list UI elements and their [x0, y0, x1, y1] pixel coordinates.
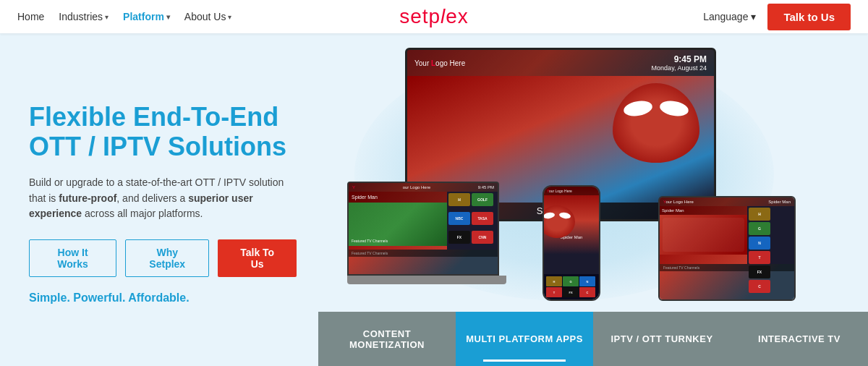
laptop-bottom-bar: Featured TV Channels [349, 250, 498, 257]
spider-eye-right [659, 99, 690, 119]
tablet-channel-h: H [749, 208, 770, 221]
channel-nbc: NBC [448, 212, 470, 225]
phone-channel-cnn: C [579, 287, 595, 297]
channel-golf: GOLF [472, 193, 493, 206]
spider-eye-left [623, 99, 654, 119]
laptop-video: Spider Man Featured TV Channels [349, 192, 447, 250]
laptop-mockup: Your Logo Here 9:45 PM Spider Man Featur… [347, 182, 514, 294]
phone-channel-golf: G [563, 276, 579, 286]
tablet-channel-tasa: T [749, 251, 770, 264]
hero-section: Flexible End-To-End OTT / IPTV Solutions… [0, 33, 868, 366]
phone-channel-fx: FX [563, 287, 579, 297]
hero-tagline: Simple. Powerful. Affordable. [29, 291, 297, 305]
navbar: Home Industries ▾ Platform ▾ About Us ▾ … [0, 0, 868, 33]
hero-title: Flexible End-To-End OTT / IPTV Solutions [29, 102, 297, 162]
phone-channel-nbc: N [579, 276, 595, 286]
phone-channel-h: H [546, 276, 562, 286]
chevron-down-icon: ▾ [751, 11, 756, 22]
hero-right: Your Logo Here 9:45 PM Monday, August 24… [318, 33, 868, 366]
tablet-channel-nbc: N [749, 237, 770, 250]
tablet-mockup: Your Logo Here Spider Man Spider Man H [658, 196, 796, 301]
phone-screen: Your Logo Here Spider Man H G N T [544, 187, 599, 299]
hero-left: Flexible End-To-End OTT / IPTV Solutions… [0, 33, 318, 366]
tv-time: 9:45 PM Monday, August 24 [652, 54, 707, 72]
laptop-channel-grid: H GOLF NBC TASA FX CNN [447, 192, 498, 250]
phone-top-bar: Your Logo Here [544, 187, 599, 195]
laptop-screen-inner: Your Logo Here 9:45 PM Spider Man Featur… [349, 183, 498, 274]
feature-tabs: CONTENT MONETIZATION MULTI PLATFORM APPS… [318, 312, 868, 366]
tablet-top-bar: Your Logo Here Spider Man [660, 197, 794, 206]
channel-tasa: TASA [472, 212, 493, 225]
nav-left: Home Industries ▾ Platform ▾ About Us ▾ [17, 11, 231, 22]
talk-to-us-button[interactable]: Talk to Us [767, 4, 851, 30]
channel-cnn: CNN [472, 231, 493, 244]
laptop-screen: Your Logo Here 9:45 PM Spider Man Featur… [347, 182, 499, 276]
channel-fx: FX [448, 231, 470, 244]
chevron-down-icon: ▾ [228, 13, 231, 21]
tablet-channel-grid: H G N T FX C [747, 206, 794, 264]
tablet-channel-fx: FX [749, 265, 770, 278]
site-logo[interactable]: setplex [399, 5, 469, 28]
nav-right: Language ▾ Talk to Us [703, 4, 851, 30]
why-setplex-button[interactable]: Why Setplex [125, 239, 209, 277]
hero-buttons: How It Works Why Setplex Talk To Us [29, 239, 297, 277]
laptop-top-bar: Your Logo Here 9:45 PM [349, 183, 498, 192]
tablet-channel-cnn: C [749, 280, 770, 293]
tv-logo: Your Logo Here [414, 59, 465, 67]
talk-to-us-hero-button[interactable]: Talk To Us [218, 239, 297, 277]
tablet-screen: Your Logo Here Spider Man Spider Man H [660, 197, 794, 299]
tablet-bottom-bar: Featured TV Channels [660, 264, 794, 271]
channel-history: H [448, 193, 470, 206]
devices-mockup: Your Logo Here 9:45 PM Monday, August 24… [347, 48, 796, 315]
nav-aboutus[interactable]: About Us ▾ [184, 11, 232, 22]
spider-face [613, 83, 699, 163]
tablet-channel-golf: G [749, 222, 770, 235]
nav-home[interactable]: Home [17, 11, 44, 22]
tv-top-bar: Your Logo Here 9:45 PM Monday, August 24 [407, 50, 714, 76]
tab-interactive-tv[interactable]: INTERACTIVE TV [731, 312, 868, 366]
nav-platform[interactable]: Platform ▾ [123, 11, 170, 22]
hero-description: Build or upgrade to a state-of-the-art O… [29, 175, 297, 222]
phone-spider-eye-right [558, 212, 571, 220]
phone-video: Spider Man [544, 195, 599, 274]
chevron-down-icon: ▾ [105, 13, 109, 21]
nav-industries[interactable]: Industries ▾ [59, 11, 109, 22]
phone-channel-tasa: T [546, 287, 562, 297]
tab-content-monetization[interactable]: CONTENT MONETIZATION [318, 312, 456, 366]
tablet-content-area: Spider Man H G N T FX C [660, 206, 794, 264]
chevron-down-icon: ▾ [166, 13, 170, 21]
tab-iptv-ott-turnkey[interactable]: IPTV / OTT TURNKEY [593, 312, 731, 366]
laptop-content-area: Spider Man Featured TV Channels H GOLF N… [349, 192, 498, 250]
phone-spider-eye-left [542, 212, 555, 220]
tablet-video: Spider Man [660, 206, 747, 264]
phone-mockup: Your Logo Here Spider Man H G N T [542, 185, 600, 301]
language-selector[interactable]: Language ▾ [703, 11, 756, 22]
laptop-base [347, 276, 506, 284]
tab-multi-platform-apps[interactable]: MULTI PLATFORM APPS [456, 312, 593, 366]
how-it-works-button[interactable]: How It Works [29, 239, 116, 277]
phone-channel-grid: H G N T FX C [544, 274, 599, 299]
